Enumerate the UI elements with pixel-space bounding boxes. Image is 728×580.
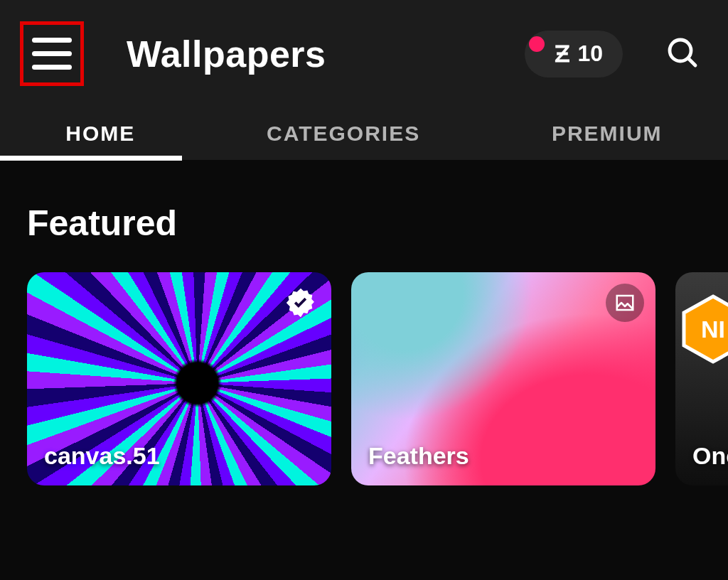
coin-symbol: Ƶ	[555, 41, 570, 68]
coin-amount: 10	[577, 41, 603, 67]
annotation-arrow-icon	[0, 485, 728, 580]
svg-text:NI: NI	[701, 316, 725, 343]
page-title: Wallpapers	[127, 33, 482, 75]
tabs: HOME CATEGORIES PREMIUM	[0, 107, 728, 160]
tab-premium[interactable]: PREMIUM	[537, 107, 677, 160]
card-label: canvas.51	[44, 442, 160, 470]
hex-badge-icon: NI	[681, 294, 728, 365]
featured-row: canvas.51 Feathers NI One	[27, 272, 728, 485]
wallpaper-card[interactable]: canvas.51	[27, 272, 331, 485]
card-label: Feathers	[368, 442, 469, 470]
topbar: Wallpapers Ƶ10 HOME CATEGORIES PREMIUM	[0, 0, 728, 160]
card-label: One	[692, 442, 728, 470]
notification-dot-icon	[529, 36, 545, 52]
annotation-highlight	[20, 21, 84, 86]
section-title: Featured	[27, 203, 728, 244]
wallpaper-card[interactable]: NI One	[675, 272, 728, 485]
menu-button[interactable]	[32, 38, 72, 70]
search-icon[interactable]	[665, 36, 700, 72]
credits-pill[interactable]: Ƶ10	[525, 31, 623, 77]
tab-home[interactable]: HOME	[51, 107, 149, 160]
svg-line-1	[688, 58, 695, 65]
main-content: Featured canvas.51 Feathers	[0, 160, 728, 485]
tab-categories[interactable]: CATEGORIES	[252, 107, 434, 160]
verified-badge-icon	[282, 284, 320, 322]
wallpaper-card[interactable]: Feathers	[351, 272, 655, 485]
image-badge-icon	[606, 284, 644, 322]
